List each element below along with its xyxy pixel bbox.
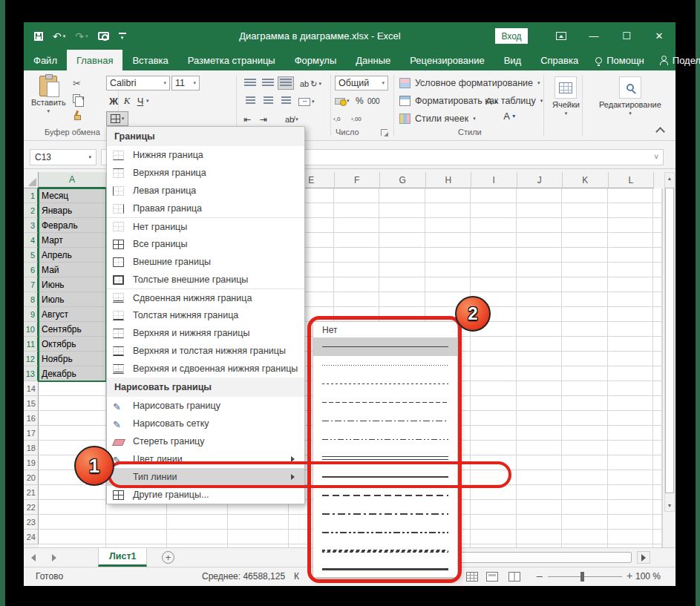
row-header[interactable]: 9 <box>24 307 39 322</box>
ribbon-tab[interactable]: Вид <box>494 50 531 70</box>
sign-in-button[interactable]: Вход <box>495 28 528 44</box>
column-header[interactable]: F <box>335 172 381 188</box>
formula-bar-expand-icon[interactable]: ˅ <box>654 153 658 161</box>
row-header[interactable]: 22 <box>24 500 39 515</box>
zoom-slider-thumb[interactable] <box>580 572 584 582</box>
row-header[interactable]: 19 <box>24 455 39 470</box>
row-header[interactable]: 14 <box>24 381 39 396</box>
select-all-button[interactable] <box>24 172 39 188</box>
menu-item[interactable]: Сдвоенная нижняя граница <box>107 289 304 306</box>
decrease-decimal-button[interactable]: ›,00 <box>351 111 362 126</box>
cell[interactable]: Январь <box>39 203 106 218</box>
increase-indent-button[interactable]: ⇥ <box>260 112 267 127</box>
font-size-combo[interactable]: 11▾ <box>171 76 200 90</box>
prev-sheet-icon[interactable] <box>31 554 36 561</box>
line-style-option[interactable] <box>313 375 457 393</box>
line-style-option[interactable] <box>313 541 457 560</box>
row-header[interactable]: 21 <box>24 485 39 500</box>
underline-dropdown-icon[interactable]: ▾ <box>146 93 149 108</box>
percent-style-button[interactable]: % <box>356 93 364 108</box>
cell[interactable]: Март <box>39 233 106 248</box>
menu-item[interactable]: Верхняя и сдвоенная нижняя границы <box>107 360 304 378</box>
line-style-option[interactable] <box>313 486 457 504</box>
line-style-option[interactable] <box>313 356 457 375</box>
line-style-option[interactable] <box>313 504 457 523</box>
menu-item[interactable]: Нарисовать сетку <box>107 415 304 432</box>
menu-item[interactable]: Верхняя и толстая нижняя границы <box>107 342 304 360</box>
line-style-option[interactable] <box>313 412 457 430</box>
line-style-option[interactable] <box>313 560 457 579</box>
align-left-button[interactable] <box>242 94 258 108</box>
camera-icon[interactable] <box>98 32 109 40</box>
increase-decimal-button[interactable]: ‹,0 <box>333 111 340 126</box>
wrap-text-button[interactable]: ab̸▾ <box>285 112 298 127</box>
ribbon-tab[interactable]: Файл <box>24 50 67 70</box>
column-header[interactable]: L <box>609 172 655 188</box>
zoom-level[interactable]: 100 % <box>635 571 661 582</box>
borders-button[interactable]: ▾ <box>106 111 128 126</box>
row-header[interactable]: 6 <box>24 263 39 277</box>
line-style-option[interactable] <box>313 449 457 467</box>
menu-item[interactable]: Стереть границу <box>107 432 304 450</box>
row-header[interactable]: 1 <box>24 188 39 203</box>
undo-icon[interactable]: ↶▾ <box>53 31 65 42</box>
conditional-formatting-button[interactable]: Условное форматирование▾ <box>399 78 540 88</box>
column-header[interactable]: G <box>380 172 426 188</box>
scroll-up-icon[interactable]: ▲ <box>665 173 674 184</box>
format-painter-button[interactable] <box>73 111 81 120</box>
bold-button[interactable]: Ж <box>108 93 120 108</box>
menu-item[interactable]: Нарисовать границу <box>107 397 304 415</box>
row-header[interactable]: 2 <box>24 203 39 218</box>
align-right-button[interactable] <box>278 94 294 108</box>
decrease-indent-button[interactable]: ⇤ <box>243 112 251 127</box>
name-box[interactable]: C13▾ <box>30 149 97 165</box>
maximize-button[interactable]: ☐ <box>610 22 643 50</box>
menu-item[interactable]: Нет границы <box>107 217 304 235</box>
zoom-in-icon[interactable]: + <box>627 570 632 582</box>
menu-item[interactable]: Тип линии <box>107 468 304 486</box>
row-header[interactable]: 8 <box>24 292 39 307</box>
line-style-option[interactable] <box>313 337 457 356</box>
editing-button[interactable]: Редактирование▾ <box>599 76 661 116</box>
font-family-combo[interactable]: Calibri▾ <box>106 76 170 90</box>
menu-item[interactable]: Левая граница <box>107 182 304 200</box>
row-header[interactable]: 20 <box>24 470 39 485</box>
paste-button[interactable]: Вставить▾ <box>31 76 66 114</box>
cell[interactable]: Ноябрь <box>39 352 106 366</box>
menu-item[interactable]: Верхняя и нижняя границы <box>107 324 304 342</box>
column-header[interactable]: I <box>471 172 517 188</box>
align-top-button[interactable] <box>242 76 258 90</box>
menu-item[interactable]: Толстые внешние границы <box>107 271 304 289</box>
menu-item[interactable]: Верхняя граница <box>107 164 304 182</box>
column-header[interactable]: A <box>39 172 106 188</box>
copy-button[interactable]: ▾ <box>73 94 85 103</box>
ribbon-tab[interactable]: Формулы <box>285 50 347 70</box>
comma-style-button[interactable]: 000 <box>367 93 380 108</box>
page-break-view-icon[interactable] <box>508 572 520 582</box>
row-header[interactable]: 11 <box>24 337 39 352</box>
menu-item[interactable]: Внешние границы <box>107 253 304 271</box>
row-header[interactable]: 17 <box>24 426 39 441</box>
next-sheet-icon[interactable] <box>52 554 56 561</box>
column-header[interactable]: H <box>426 172 472 188</box>
cut-button[interactable]: ✂ <box>73 78 81 89</box>
underline-button[interactable]: Ч <box>134 93 146 108</box>
cell[interactable]: Месяц <box>39 188 106 203</box>
ribbon-tab[interactable]: Разметка страницы <box>178 50 285 70</box>
share-button[interactable]: Поделиться <box>652 50 700 70</box>
row-header[interactable]: 7 <box>24 277 39 292</box>
menu-item[interactable]: Правая граница <box>107 200 304 217</box>
cell[interactable]: Февраль <box>39 218 106 233</box>
cells-button[interactable]: Ячейки▾ <box>552 76 580 116</box>
save-icon[interactable] <box>34 32 43 41</box>
scroll-right-icon[interactable] <box>637 551 650 564</box>
vertical-scroll-thumb[interactable] <box>665 188 674 493</box>
menu-item[interactable]: Другие границы... <box>107 486 304 504</box>
cell[interactable]: Май <box>39 263 106 277</box>
scroll-down-icon[interactable]: ▼ <box>665 500 674 511</box>
normal-view-icon[interactable] <box>466 572 478 582</box>
cell-styles-button[interactable]: Стили ячеек▾ <box>399 113 476 124</box>
column-header[interactable]: J <box>517 172 563 188</box>
ribbon-tab[interactable]: Справка <box>531 50 588 70</box>
line-style-option[interactable] <box>313 393 457 412</box>
